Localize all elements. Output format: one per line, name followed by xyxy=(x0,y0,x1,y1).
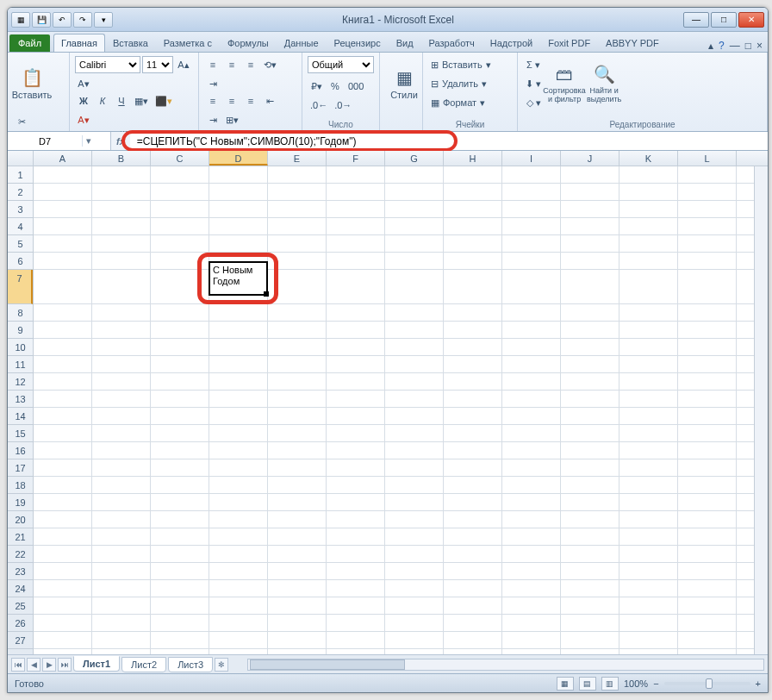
row-11[interactable]: 11 xyxy=(8,356,33,373)
select-all-corner[interactable] xyxy=(8,151,34,166)
tab-view[interactable]: Вид xyxy=(389,34,421,52)
row-25[interactable]: 25 xyxy=(8,597,33,615)
increase-indent-button[interactable]: ⇥ xyxy=(204,111,221,128)
row-18[interactable]: 18 xyxy=(8,477,33,494)
name-box[interactable]: ▾ xyxy=(8,132,111,150)
col-G[interactable]: G xyxy=(385,151,444,166)
redo-button[interactable]: ↷ xyxy=(73,12,92,28)
font-name-select[interactable]: Calibri xyxy=(75,56,140,73)
tab-layout[interactable]: Разметка с xyxy=(156,34,220,52)
row-4[interactable]: 4 xyxy=(8,218,33,235)
view-normal-button[interactable]: ▦ xyxy=(557,677,574,691)
cut-button[interactable]: ✂ xyxy=(13,113,30,130)
tab-addins[interactable]: Надстрой xyxy=(482,34,540,52)
col-A[interactable]: A xyxy=(34,151,92,166)
col-I[interactable]: I xyxy=(502,151,561,166)
row-2[interactable]: 2 xyxy=(8,184,33,201)
row-20[interactable]: 20 xyxy=(8,511,33,528)
underline-button[interactable]: Ч xyxy=(113,92,130,109)
row-27[interactable]: 27 xyxy=(8,632,33,649)
styles-button[interactable]: ▦ Стили xyxy=(385,56,423,111)
align-right-button[interactable]: ≡ xyxy=(242,92,259,109)
col-E[interactable]: E xyxy=(268,151,327,166)
sheet-tab-3[interactable]: Лист3 xyxy=(168,657,213,672)
zoom-thumb[interactable] xyxy=(706,678,713,689)
row-16[interactable]: 16 xyxy=(8,442,33,459)
format-cells-button[interactable]: ▦Формат ▾ xyxy=(428,94,512,111)
row-14[interactable]: 14 xyxy=(8,408,33,425)
merge-button[interactable]: ⊞▾ xyxy=(223,111,241,128)
row-19[interactable]: 19 xyxy=(8,494,33,511)
zoom-in-button[interactable]: + xyxy=(756,678,761,689)
qat-dropdown[interactable]: ▾ xyxy=(94,12,113,28)
minimize-ribbon-icon[interactable]: ▴ xyxy=(708,40,713,52)
row-21[interactable]: 21 xyxy=(8,528,33,546)
border-button[interactable]: ▦▾ xyxy=(132,92,151,109)
clear-button[interactable]: ◇ ▾ xyxy=(523,94,544,111)
fx-icon[interactable]: fx xyxy=(116,136,125,147)
new-sheet-button[interactable]: ✻ xyxy=(215,658,228,672)
row-9[interactable]: 9 xyxy=(8,322,33,339)
col-L[interactable]: L xyxy=(678,151,737,166)
sheet-nav-prev[interactable]: ◀ xyxy=(27,658,40,672)
view-layout-button[interactable]: ▤ xyxy=(579,677,596,691)
cells-canvas[interactable]: С Новым Годом xyxy=(34,166,768,654)
tab-developer[interactable]: Разработч xyxy=(421,34,482,52)
row-12[interactable]: 12 xyxy=(8,373,33,391)
italic-button[interactable]: К xyxy=(94,92,111,109)
tab-abbyy[interactable]: ABBYY PDF xyxy=(598,34,667,52)
window-maximize-icon[interactable]: □ xyxy=(745,40,751,52)
paste-button[interactable]: 📋 Вставить xyxy=(13,56,51,111)
font-size-select[interactable]: 11 xyxy=(142,56,173,73)
align-top-button[interactable]: ≡ xyxy=(204,56,221,73)
vertical-scrollbar[interactable] xyxy=(754,166,768,654)
col-K[interactable]: K xyxy=(619,151,678,166)
hscroll-thumb[interactable] xyxy=(250,659,405,670)
view-pagebreak-button[interactable]: ▥ xyxy=(601,677,619,691)
row-22[interactable]: 22 xyxy=(8,546,33,563)
sheet-nav-next[interactable]: ▶ xyxy=(42,658,56,672)
row-6[interactable]: 6 xyxy=(8,253,33,270)
sheet-tab-1[interactable]: Лист1 xyxy=(73,656,120,672)
fill-handle[interactable] xyxy=(264,291,269,297)
autosum-button[interactable]: Σ ▾ xyxy=(523,56,544,73)
row-1[interactable]: 1 xyxy=(8,166,33,184)
align-center-button[interactable]: ≡ xyxy=(223,92,240,109)
row-24[interactable]: 24 xyxy=(8,580,33,597)
find-select-button[interactable]: 🔍 Найти и выделить xyxy=(585,56,623,111)
sheet-tab-2[interactable]: Лист2 xyxy=(121,657,166,672)
row-8[interactable]: 8 xyxy=(8,304,33,322)
row-28[interactable]: 28 xyxy=(8,649,33,654)
save-button[interactable]: 💾 xyxy=(32,12,51,28)
row-23[interactable]: 23 xyxy=(8,563,33,580)
decrease-indent-button[interactable]: ⇤ xyxy=(261,92,278,109)
name-box-input[interactable] xyxy=(8,136,82,147)
tab-formulas[interactable]: Формулы xyxy=(220,34,277,52)
tab-home[interactable]: Главная xyxy=(53,34,105,52)
window-close-icon[interactable]: × xyxy=(756,40,763,52)
row-7[interactable]: 7 xyxy=(8,270,33,304)
col-B[interactable]: B xyxy=(92,151,151,166)
col-C[interactable]: C xyxy=(151,151,209,166)
increase-decimal-button[interactable]: .0← xyxy=(308,97,330,114)
cell-D7[interactable]: С Новым Годом xyxy=(209,261,268,296)
row-15[interactable]: 15 xyxy=(8,425,33,442)
sheet-nav-first[interactable]: ⏮ xyxy=(11,658,25,672)
currency-button[interactable]: ₽▾ xyxy=(308,78,325,95)
shrink-font-button[interactable]: A▾ xyxy=(75,75,92,92)
align-bottom-button[interactable]: ≡ xyxy=(242,56,259,73)
horizontal-scrollbar[interactable] xyxy=(247,659,764,671)
zoom-out-button[interactable]: − xyxy=(653,678,658,689)
tab-review[interactable]: Рецензирс xyxy=(327,34,389,52)
name-box-dropdown[interactable]: ▾ xyxy=(82,135,94,147)
decrease-decimal-button[interactable]: .0→ xyxy=(332,97,354,114)
number-format-select[interactable]: Общий xyxy=(308,56,374,73)
wrap-text-button[interactable]: ⇥ xyxy=(204,75,221,92)
row-26[interactable]: 26 xyxy=(8,615,33,632)
font-color-button[interactable]: A▾ xyxy=(75,111,92,128)
bold-button[interactable]: Ж xyxy=(75,92,92,109)
orientation-button[interactable]: ⟲▾ xyxy=(261,56,279,73)
tab-data[interactable]: Данные xyxy=(277,34,327,52)
grow-font-button[interactable]: A▴ xyxy=(175,56,192,73)
tab-foxit[interactable]: Foxit PDF xyxy=(540,34,598,52)
